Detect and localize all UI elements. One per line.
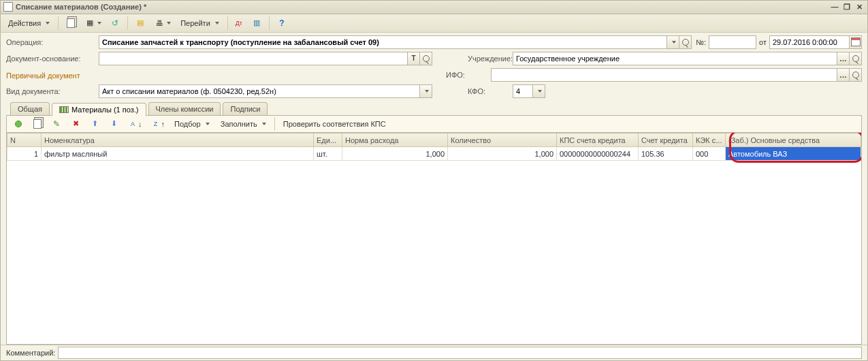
materials-grid[interactable]: N Номенклатура Еди... Норма расхода Коли… [6, 132, 862, 345]
org-open[interactable] [837, 52, 850, 65]
col-rate[interactable]: Норма расхода [342, 134, 448, 147]
ifo-field[interactable] [491, 68, 837, 82]
save-button[interactable] [62, 16, 80, 31]
sort-asc-button[interactable]: ↓ [124, 116, 146, 131]
operation-search[interactable] [679, 35, 692, 49]
t-icon [408, 53, 419, 64]
edit-row-button[interactable] [48, 116, 65, 131]
help-icon [276, 18, 287, 29]
actions-menu[interactable]: Действия [3, 16, 54, 31]
table-row[interactable]: 1 фильтр масляный шт. 1,000 1,000 000000… [7, 147, 861, 161]
check-kps-button[interactable]: Проверить соответствия КПС [278, 116, 391, 131]
refresh-icon [110, 18, 120, 29]
operation-label: Операция: [6, 38, 95, 46]
col-unit[interactable]: Еди... [314, 134, 342, 147]
org-search[interactable] [850, 52, 862, 65]
tab-materials[interactable]: Материалы (1 поз.) [52, 103, 146, 116]
chevron-down-icon [425, 90, 429, 93]
refresh-button[interactable] [106, 16, 124, 31]
doctype-field[interactable] [99, 84, 420, 98]
delete-icon [70, 119, 81, 129]
number-label: №: [696, 38, 706, 46]
cell-kps[interactable]: 00000000000000244 [557, 147, 639, 161]
search-icon [421, 53, 432, 64]
col-qty[interactable]: Количество [448, 134, 557, 147]
col-acct[interactable]: Счет кредита [639, 134, 693, 147]
move-down-button[interactable] [105, 116, 123, 131]
close-button[interactable]: ✕ [854, 2, 865, 12]
col-nomen[interactable]: Номенклатура [42, 134, 314, 147]
sort-desc-button[interactable]: ↑ [147, 116, 169, 131]
col-kps[interactable]: КПС счета кредита [557, 134, 639, 147]
minimize-button[interactable]: — [829, 2, 840, 12]
tab-commission[interactable]: Члены комиссии [148, 102, 221, 115]
cell-rate[interactable]: 1,000 [342, 147, 448, 161]
cell-kek[interactable]: 000 [693, 147, 726, 161]
form-button[interactable]: ▤ [131, 16, 149, 31]
cell-nomen[interactable]: фильтр масляный [42, 147, 314, 161]
post-button[interactable]: ▦ [81, 16, 105, 31]
date-field[interactable] [769, 35, 850, 49]
operation-field[interactable] [99, 35, 667, 49]
col-kek[interactable]: КЭК с... [693, 134, 726, 147]
fill-button[interactable]: Заполнить [216, 116, 271, 131]
copy-row-button[interactable] [29, 116, 46, 131]
cell-asset[interactable]: Автомобиль ВАЗ [726, 147, 861, 161]
operation-dropdown[interactable] [667, 35, 679, 49]
materials-icon [59, 106, 69, 113]
cell-n[interactable]: 1 [7, 147, 42, 161]
arrow-down-icon [108, 119, 119, 129]
kfo-dropdown[interactable] [533, 84, 545, 98]
chevron-down-icon [215, 22, 219, 25]
tab-materials-label: Материалы (1 поз.) [71, 106, 139, 114]
print-button[interactable]: 🖶 [150, 16, 174, 31]
copy-icon [32, 119, 43, 129]
ifo-open[interactable] [837, 68, 850, 82]
doctype-dropdown[interactable] [420, 84, 432, 98]
kfo-field[interactable] [513, 84, 533, 98]
select-button[interactable]: Подбор [170, 116, 214, 131]
number-field[interactable] [709, 35, 756, 49]
basis-field[interactable] [99, 52, 408, 65]
actions-label: Действия [8, 19, 41, 27]
doc-icon: ▤ [135, 18, 146, 29]
post-icon: ▦ [84, 18, 95, 29]
chevron-down-icon [206, 123, 210, 125]
pencil-icon [51, 119, 62, 129]
comment-field[interactable] [58, 347, 862, 359]
goto-menu[interactable]: Перейти [176, 16, 224, 31]
org-field[interactable] [513, 52, 837, 65]
main-toolbar: Действия ▦ ▤ 🖶 Перейти Дт ▥ [1, 14, 867, 33]
dots-icon [838, 53, 849, 64]
chevron-down-icon [46, 22, 50, 25]
chevron-down-icon [262, 123, 266, 125]
date-picker[interactable] [850, 35, 862, 49]
tab-general[interactable]: Общая [10, 102, 50, 115]
ifo-search[interactable] [850, 68, 862, 82]
col-n[interactable]: N [7, 134, 42, 147]
cell-qty[interactable]: 1,000 [448, 147, 557, 161]
restore-button[interactable]: ❐ [841, 2, 852, 12]
col-asset[interactable]: (Заб.) Основные средства [726, 134, 861, 147]
report-icon: ▥ [251, 18, 262, 29]
tabs: Общая Материалы (1 поз.) Члены комиссии … [6, 102, 862, 115]
fill-label: Заполнить [221, 120, 257, 128]
search-icon [850, 69, 861, 80]
print-icon: 🖶 [154, 18, 165, 29]
delete-row-button[interactable] [67, 116, 84, 131]
report-button[interactable]: ▥ [248, 16, 266, 31]
sort-asc-icon [127, 119, 138, 129]
basis-t-button[interactable] [408, 52, 420, 65]
cell-acct[interactable]: 105.36 [639, 147, 693, 161]
check-kps-label: Проверить соответствия КПС [283, 120, 386, 128]
grid-toolbar: ↓ ↑ Подбор Заполнить Проверить соответст… [6, 115, 862, 132]
cell-unit[interactable]: шт. [314, 147, 342, 161]
dt-kt-button[interactable]: Дт [231, 16, 246, 31]
section-title: Первичный документ [6, 72, 80, 80]
help-button[interactable] [273, 16, 291, 31]
move-up-button[interactable] [86, 116, 103, 131]
chevron-down-icon [672, 41, 676, 44]
add-row-button[interactable] [10, 116, 27, 131]
basis-search[interactable] [420, 52, 432, 65]
tab-signatures[interactable]: Подписи [223, 102, 268, 115]
